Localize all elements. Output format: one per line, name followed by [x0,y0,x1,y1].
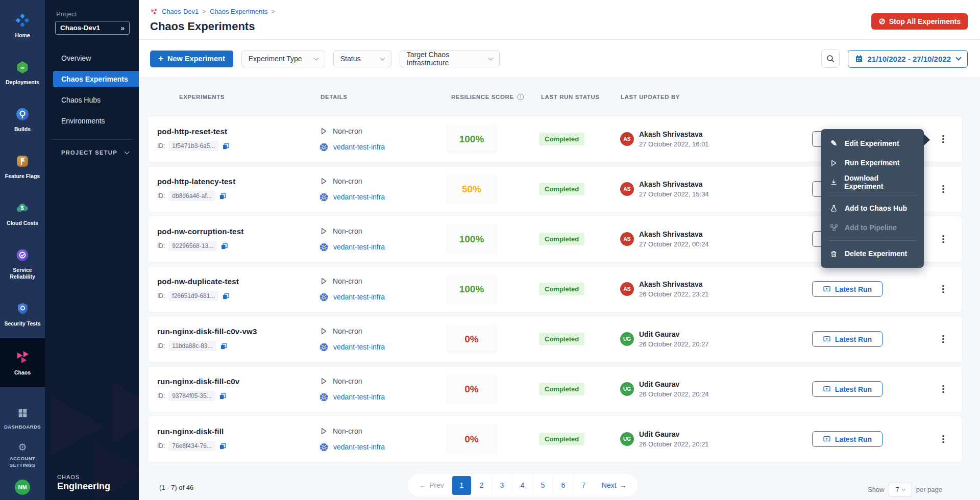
infrastructure-link[interactable]: vedant-test-infra [333,393,385,401]
page-button-4[interactable]: 4 [512,476,532,495]
chevron-down-icon [955,55,961,60]
page-button-7[interactable]: 7 [573,476,594,495]
row-menu-button[interactable] [937,232,950,247]
id-prefix: ID: [157,392,165,399]
project-setup-label: PROJECT SETUP [61,149,117,156]
infrastructure-link[interactable]: vedant-test-infra [333,343,385,351]
page-button-6[interactable]: 6 [553,476,573,495]
copy-id-button[interactable] [219,442,227,450]
page-button-1[interactable]: 1 [452,476,471,495]
copy-id-button[interactable] [219,392,227,400]
sidebar-item-overview[interactable]: Overview [45,50,139,66]
menu-item-add-to-chaos-hub[interactable]: Add to Chaos Hub [821,198,924,218]
experiment-name[interactable]: run-nginx-disk-fill-c0v-vw3 [157,327,320,336]
schedule-type: Non-cron [333,327,362,335]
copy-id-button[interactable] [220,342,228,350]
rail-item-security-tests[interactable]: Security Tests [0,291,45,338]
copy-id-button[interactable] [219,192,227,200]
menu-item-add-to-pipeline[interactable]: Add to Pipeline [821,218,924,237]
infrastructure-link[interactable]: vedant-test-infra [333,243,385,251]
latest-run-button[interactable]: Latest Run [812,331,883,347]
info-icon[interactable] [517,93,524,101]
brand-small: CHAOS [57,474,110,480]
avatar: AS [620,282,634,296]
experiment-name[interactable]: run-nginx-disk-fill-c0v [157,377,320,386]
new-experiment-button[interactable]: + New Experiment [150,51,233,67]
updated-date: 27 October 2022, 15:34 [639,190,709,198]
latest-run-button[interactable]: Latest Run [812,431,883,447]
rail-item-cloud-costs[interactable]: $ Cloud Costs [0,191,45,238]
rail-bottom: DASHBOARDS ⚙ ACCOUNT SETTINGS NM [0,402,45,500]
schedule-type: Non-cron [333,277,362,285]
menu-item-run-experiment[interactable]: Run Experiment [821,153,924,172]
resilience-score: 100% [446,124,497,154]
breadcrumb-link-project[interactable]: Chaos-Dev1 [162,8,199,15]
row-menu-button[interactable] [937,182,950,197]
filter-experiment-type[interactable]: Experiment Type [241,51,325,67]
infrastructure-link[interactable]: vedant-test-infra [333,193,385,201]
menu-item-edit-experiment[interactable]: ✎ Edit Experiment [821,134,924,153]
rail-item-chaos[interactable]: Chaos [0,338,45,387]
experiment-id: 93784f05-35... [168,391,215,401]
infrastructure-link[interactable]: vedant-test-infra [333,293,385,301]
copy-id-button[interactable] [222,292,230,300]
row-menu-button[interactable] [937,132,950,147]
user-avatar[interactable]: NM [15,480,30,495]
rail-item-service-reliability[interactable]: Service Reliability [0,238,45,291]
project-setup-toggle[interactable]: PROJECT SETUP [45,149,139,156]
rail-item-home[interactable]: Home [0,3,45,50]
experiment-name[interactable]: pod-http-reset-test [157,127,320,136]
cloud-costs-icon: $ [15,202,30,217]
rail-item-builds[interactable]: Builds [0,97,45,144]
page-button-3[interactable]: 3 [492,476,512,495]
stop-all-experiments-button[interactable]: ⊘ Stop All Experiments [871,13,968,30]
service-reliability-icon [16,248,29,264]
search-button[interactable] [821,49,840,68]
page-header: Chaos-Dev1 > Chaos Experiments > Chaos E… [139,0,980,40]
rail-item-account-settings[interactable]: ⚙ ACCOUNT SETTINGS [0,436,45,474]
copy-id-button[interactable] [222,142,230,150]
infrastructure-link[interactable]: vedant-test-infra [333,443,385,451]
security-tests-icon [16,302,29,317]
table-header: EXPERIMENTS DETAILS RESILIENCE SCORE LAS… [148,78,963,116]
date-range-picker[interactable]: 21/10/2022 - 27/10/2022 [848,50,968,68]
rail-item-feature-flags[interactable]: Feature Flags [0,144,45,191]
id-prefix: ID: [157,442,165,449]
kubernetes-icon [320,393,328,402]
experiment-name[interactable]: run-nginx-disk-fill [157,427,320,436]
page-button-5[interactable]: 5 [532,476,553,495]
project-selector[interactable]: Chaos-Dev1 » [55,21,130,35]
latest-run-button[interactable]: Latest Run [812,381,883,397]
row-menu-button[interactable] [937,382,950,397]
page-size-select[interactable]: 7 [889,483,912,496]
prev-page-button[interactable]: ←Prev [411,481,452,489]
filter-status[interactable]: Status [333,51,391,67]
menu-item-download-experiment[interactable]: Download Experiment [821,172,924,192]
play-icon [829,159,838,167]
page-button-2[interactable]: 2 [471,476,492,495]
row-menu-button[interactable] [937,282,950,297]
sidebar-item-chaos-experiments[interactable]: Chaos Experiments [53,71,139,87]
rail-item-dashboards[interactable]: DASHBOARDS [0,402,45,436]
expand-projects-icon[interactable]: » [120,24,125,32]
experiment-name[interactable]: pod-nw-duplicate-test [157,277,320,286]
menu-item-delete-experiment[interactable]: Delete Experiment [821,244,924,263]
sidebar-item-chaos-hubs[interactable]: Chaos Hubs [45,92,139,108]
experiment-name[interactable]: pod-nw-corruption-test [157,227,320,236]
sidebar-item-environments[interactable]: Environments [45,113,139,129]
row-menu-button[interactable] [937,432,950,447]
rail-label: Security Tests [4,320,40,327]
breadcrumb-link-chaos-experiments[interactable]: Chaos Experiments [210,8,267,15]
experiment-name[interactable]: pod-http-latency-test [157,177,320,186]
svg-text:∞: ∞ [20,64,24,70]
page-size-control: Show 7 per page [868,483,942,496]
rail-item-deployments[interactable]: ∞ Deployments [0,50,45,97]
copy-id-button[interactable] [220,242,228,250]
avatar: AS [620,232,634,246]
infrastructure-link[interactable]: vedant-test-infra [333,143,385,151]
rail-label: Cloud Costs [7,220,38,227]
row-menu-button[interactable] [937,332,950,347]
latest-run-button[interactable]: Latest Run [812,281,883,297]
next-page-button[interactable]: Next→ [594,481,635,489]
filter-target-infrastructure[interactable]: Target Chaos Infrastructure [400,51,500,67]
